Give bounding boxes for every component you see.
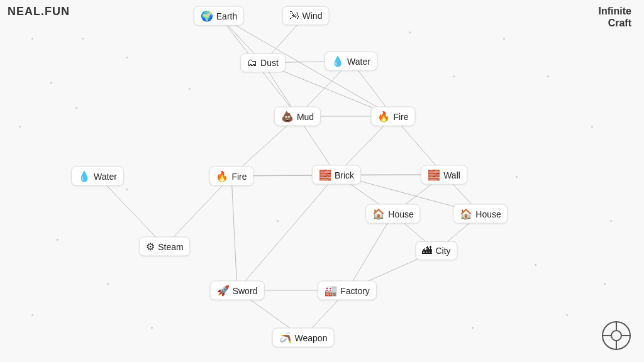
node-city[interactable]: 🏙City	[415, 241, 457, 260]
node-emoji-dust: 🗂	[247, 57, 257, 69]
node-label-wind: Wind	[303, 11, 323, 21]
node-fire1[interactable]: 🔥Fire	[370, 107, 415, 126]
node-label-steam: Steam	[158, 241, 183, 251]
node-emoji-wall: 🧱	[428, 169, 440, 181]
node-label-water2: Water	[94, 171, 117, 181]
node-emoji-city: 🏙	[422, 245, 432, 256]
node-emoji-factory: 🏭	[325, 285, 337, 297]
node-wind[interactable]: 🌬Wind	[282, 6, 330, 25]
node-label-house1: House	[388, 209, 413, 219]
node-emoji-house2: 🏠	[460, 208, 472, 220]
node-factory[interactable]: 🏭Factory	[318, 281, 377, 300]
node-label-factory: Factory	[340, 285, 370, 295]
node-emoji-water2: 💧	[78, 170, 91, 182]
node-mud[interactable]: 💩Mud	[274, 107, 321, 126]
node-label-wall: Wall	[443, 170, 460, 180]
node-label-fire2: Fire	[231, 171, 247, 181]
top-right-logo: InfiniteCraft	[599, 5, 631, 29]
node-label-house2: House	[475, 209, 501, 219]
node-steam[interactable]: ⚙Steam	[139, 237, 190, 256]
node-sword[interactable]: 🚀Sword	[210, 281, 265, 300]
node-emoji-weapon: 🪃	[279, 332, 292, 344]
node-emoji-mud: 💩	[281, 111, 294, 123]
node-dust[interactable]: 🗂Dust	[240, 53, 286, 72]
node-label-earth: Earth	[216, 11, 237, 21]
svg-line-18	[97, 176, 165, 246]
node-label-sword: Sword	[233, 285, 258, 295]
node-emoji-fire2: 🔥	[216, 170, 228, 182]
node-emoji-house1: 🏠	[372, 208, 385, 220]
svg-point-33	[611, 331, 621, 341]
svg-line-21	[237, 175, 336, 290]
node-earth[interactable]: 🌍Earth	[194, 6, 244, 26]
node-emoji-steam: ⚙	[146, 241, 155, 253]
node-emoji-sword: 🚀	[217, 285, 230, 297]
node-label-mud: Mud	[297, 111, 314, 121]
top-left-logo: NEAL.FUN	[8, 5, 70, 18]
node-label-water1: Water	[347, 56, 370, 66]
node-house2[interactable]: 🏠House	[453, 204, 508, 224]
svg-line-23	[347, 214, 393, 290]
node-label-fire1: Fire	[393, 111, 408, 121]
node-house1[interactable]: 🏠House	[365, 204, 420, 224]
node-emoji-wind: 🌬	[289, 10, 299, 21]
svg-line-20	[231, 176, 237, 290]
node-label-weapon: Weapon	[295, 332, 328, 343]
node-emoji-brick: 🧱	[319, 169, 331, 181]
node-label-brick: Brick	[335, 170, 354, 180]
brand-icon	[601, 321, 631, 351]
node-emoji-fire1: 🔥	[377, 111, 390, 123]
node-weapon[interactable]: 🪃Weapon	[272, 328, 335, 348]
node-fire2[interactable]: 🔥Fire	[209, 167, 253, 186]
node-brick[interactable]: 🧱Brick	[312, 165, 361, 185]
node-label-city: City	[435, 246, 450, 256]
node-water1[interactable]: 💧Water	[325, 52, 377, 71]
node-wall[interactable]: 🧱Wall	[421, 165, 467, 185]
svg-line-19	[165, 176, 231, 246]
node-water2[interactable]: 💧Water	[71, 167, 124, 186]
node-emoji-water1: 💧	[331, 55, 344, 67]
node-label-dust: Dust	[260, 58, 279, 68]
node-emoji-earth: 🌍	[201, 10, 213, 22]
